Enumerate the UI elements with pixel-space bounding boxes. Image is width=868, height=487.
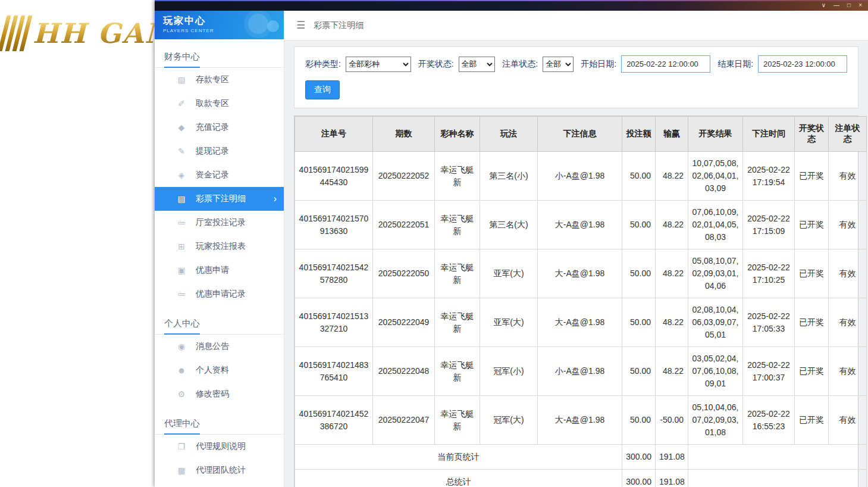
table-cell: 幸运飞艇新 xyxy=(435,152,480,201)
table-cell: 有效 xyxy=(829,249,867,298)
table-cell: 小-A盘@1.98 xyxy=(538,347,622,396)
total-summary-empty xyxy=(688,470,867,487)
menu-toggle-icon[interactable]: ☰ xyxy=(296,19,305,32)
sidebar-item-recharge-records[interactable]: ◆充值记录 xyxy=(155,115,284,139)
table-cell: 2025-02-22 17:10:25 xyxy=(743,249,795,298)
table-cell: 已开奖 xyxy=(795,396,829,445)
table-cell: 48.22 xyxy=(656,249,688,298)
report-chart-icon: ⊞ xyxy=(176,242,187,251)
table-row: 40156917402148376541020250222048幸运飞艇新冠军(… xyxy=(295,347,867,396)
table-cell: 50.00 xyxy=(622,152,656,201)
table-cell: 已开奖 xyxy=(795,152,829,201)
sidebar-item-label: 厅室投注记录 xyxy=(196,217,246,228)
hall-bet-list-icon: ≔ xyxy=(176,218,187,227)
table-cell: 401569174021452386720 xyxy=(295,396,373,445)
sidebar-item-withdraw-zone[interactable]: ✐取款专区 xyxy=(155,92,284,115)
sidebar-section-label: 代理中心 xyxy=(155,413,284,435)
order-status-select[interactable]: 全部 xyxy=(543,57,574,72)
column-header: 下注时间 xyxy=(743,117,795,152)
maximize-icon[interactable]: □ xyxy=(847,2,851,8)
sidebar-item-label: 提现记录 xyxy=(196,146,229,157)
table-cell: 05,10,04,06,07,02,09,03,01,08 xyxy=(688,396,743,445)
sidebar-item-withdrawal-records[interactable]: ✎提现记录 xyxy=(155,139,284,163)
column-header: 玩法 xyxy=(480,117,538,152)
sidebar-header: 玩家中心 PLAYERS CENTER xyxy=(155,11,284,39)
chevron-right-icon: › xyxy=(274,193,277,204)
sidebar-item-player-bet-report[interactable]: ⊞玩家投注报表 xyxy=(155,235,284,258)
table-cell: 50.00 xyxy=(622,347,656,396)
sidebar-item-label: 修改密码 xyxy=(196,389,229,399)
gear-icon: ⚙ xyxy=(176,389,187,399)
table-cell: 大-A盘@1.98 xyxy=(538,396,622,445)
table-cell: 20250222049 xyxy=(373,298,435,347)
table-cell: 有效 xyxy=(829,201,867,249)
sidebar-section-label: 财务中心 xyxy=(155,46,284,68)
table-cell: 50.00 xyxy=(622,396,656,445)
end-date-input[interactable] xyxy=(758,55,847,73)
sidebar-item-fund-records[interactable]: ◈资金记录 xyxy=(155,163,284,187)
query-button[interactable]: 查询 xyxy=(305,80,340,99)
stats-book-icon: ▦ xyxy=(176,466,187,475)
sidebar-item-promo-apply-records[interactable]: ≔优惠申请记录 xyxy=(155,282,284,306)
sidebar-item-label: 彩票下注明细 xyxy=(196,193,246,204)
table-cell: 48.22 xyxy=(656,347,688,396)
column-header: 输赢 xyxy=(656,117,688,152)
table-cell: -50.00 xyxy=(656,396,688,445)
table-cell: 第三名(大) xyxy=(480,201,538,249)
table-cell: 已开奖 xyxy=(795,249,829,298)
sidebar-item-deposit-zone[interactable]: ▤存款专区 xyxy=(155,68,284,92)
sidebar-item-agent-team-stats[interactable]: ▦代理团队统计 xyxy=(155,458,284,482)
sidebar-item-hall-bet-records[interactable]: ≔厅室投注记录 xyxy=(155,211,284,235)
lottery-type-select[interactable]: 全部彩种 xyxy=(346,57,411,72)
close-icon[interactable]: × xyxy=(858,2,862,8)
table-row: 40156917402154257828020250222050幸运飞艇新亚军(… xyxy=(295,249,867,298)
sidebar-item-promo-apply[interactable]: ▣优惠申请 xyxy=(155,258,284,282)
table-cell: 20250222048 xyxy=(373,347,435,396)
content: 彩种类型: 全部彩种 开奖状态: 全部 注单状态: 全部 开始日期: xyxy=(284,40,868,487)
table-cell: 401569174021483765410 xyxy=(295,347,373,396)
brand-name: HH GAME xyxy=(33,17,155,49)
table-cell: 2025-02-22 17:15:09 xyxy=(743,201,795,249)
table-cell: 2025-02-22 17:05:33 xyxy=(743,298,795,347)
table-cell: 401569174021542578280 xyxy=(295,249,373,298)
sidebar-item-agent-rules[interactable]: ❐代理规则说明 xyxy=(155,435,284,458)
sidebar-item-lottery-bet-details[interactable]: ▤彩票下注明细› xyxy=(155,187,284,211)
window-titlebar: ∨—□× xyxy=(155,0,868,11)
table-cell: 有效 xyxy=(829,298,867,347)
table-cell: 48.22 xyxy=(656,152,688,201)
sidebar-item-profile[interactable]: ☻个人资料 xyxy=(155,358,284,382)
table-cell: 冠军(大) xyxy=(480,396,538,445)
table-row: 40156917402151332721020250222049幸运飞艇新亚军(… xyxy=(295,298,867,347)
table-cell: 401569174021599445430 xyxy=(295,152,373,201)
table-cell: 20250222051 xyxy=(373,201,435,249)
table-cell: 2025-02-22 16:55:23 xyxy=(743,396,795,445)
total-summary-winloss: 191.08 xyxy=(656,470,688,487)
sidebar-item-label: 取款专区 xyxy=(196,98,229,109)
sidebar-item-messages[interactable]: ◉消息公告 xyxy=(155,335,284,358)
table-cell: 20250222050 xyxy=(373,249,435,298)
table-row: 40156917402157091363020250222051幸运飞艇新第三名… xyxy=(295,201,867,249)
filter-row: 彩种类型: 全部彩种 开奖状态: 全部 注单状态: 全部 开始日期: xyxy=(305,55,847,73)
sidebar-menu: 财务中心▤存款专区✐取款专区◆充值记录✎提现记录◈资金记录▤彩票下注明细›≔厅室… xyxy=(155,39,284,487)
sidebar-item-label: 代理规则说明 xyxy=(196,441,246,452)
summary-section: 当前页统计 300.00 191.08 总统计 300.00 191.08 xyxy=(295,445,867,487)
table-row: 40156917402145238672020250222047幸运飞艇新冠军(… xyxy=(295,396,867,445)
window-controls: ∨—□× xyxy=(822,2,862,8)
start-date-input[interactable] xyxy=(621,55,710,73)
bell-icon: ◉ xyxy=(176,342,187,351)
table-cell: 50.00 xyxy=(622,298,656,347)
main-area: ☰ 彩票下注明细 彩种类型: 全部彩种 开奖状态: 全部 注单状态: xyxy=(284,11,868,487)
end-date-label: 结束日期: xyxy=(717,59,753,70)
table-cell: 05,08,10,07,02,09,03,01,04,06 xyxy=(688,249,743,298)
draw-status-label: 开奖状态: xyxy=(418,59,454,70)
chevron-down-icon[interactable]: ∨ xyxy=(822,2,826,8)
page-summary-winloss: 191.08 xyxy=(656,445,688,470)
total-summary-label: 总统计 xyxy=(295,470,622,487)
minimize-icon[interactable]: — xyxy=(833,2,839,8)
fund-record-icon: ◈ xyxy=(176,170,187,180)
table-cell: 已开奖 xyxy=(795,201,829,249)
column-header: 期数 xyxy=(373,117,435,152)
draw-status-select[interactable]: 全部 xyxy=(459,57,496,72)
sidebar-item-change-password[interactable]: ⚙修改密码 xyxy=(155,382,284,406)
page-summary-bet: 300.00 xyxy=(622,445,656,470)
